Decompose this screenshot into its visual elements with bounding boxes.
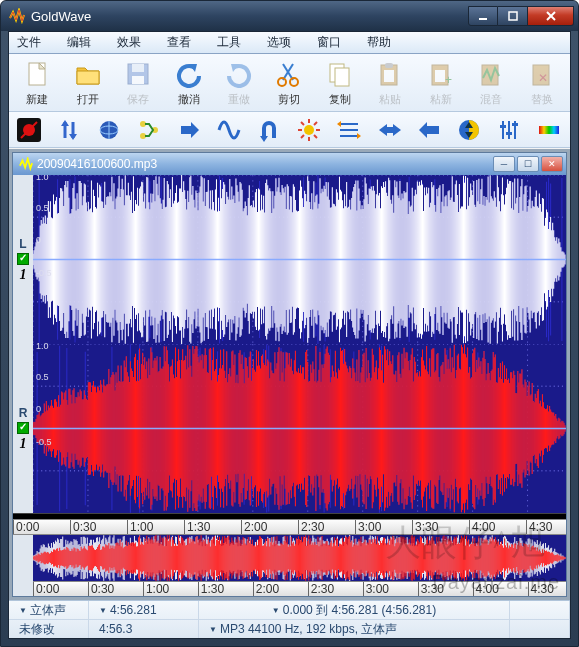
time-tick: 2:00: [253, 582, 279, 596]
svg-rect-61: [506, 132, 512, 135]
time-tick: 1:30: [198, 582, 224, 596]
menubar: 文件 编辑 效果 查看 工具 选项 窗口 帮助: [9, 32, 570, 54]
fx-circle-split-button[interactable]: [455, 116, 483, 144]
fx-bars-button[interactable]: [335, 116, 363, 144]
undo-icon: [173, 58, 205, 90]
mdi-area: 20090416100600.mp3 ─ ☐ ✕ L: [9, 149, 570, 600]
fx-globe-button[interactable]: [95, 116, 123, 144]
menu-view[interactable]: 查看: [163, 32, 195, 53]
fx-fork-button[interactable]: [135, 116, 163, 144]
menu-window[interactable]: 窗口: [313, 32, 345, 53]
time-tick: 4:00: [473, 582, 499, 596]
tool-copy-button[interactable]: 复制: [316, 56, 364, 109]
fx-arrow-right-button[interactable]: [175, 116, 203, 144]
titlebar[interactable]: GoldWave: [1, 1, 578, 31]
menu-effect[interactable]: 效果: [113, 32, 145, 53]
time-tick: 0:00: [13, 520, 39, 534]
svg-rect-7: [132, 64, 144, 72]
channel-right-gutter[interactable]: R 1: [13, 344, 33, 513]
svg-line-45: [314, 122, 317, 125]
svg-rect-16: [335, 68, 349, 86]
svg-rect-21: [435, 70, 445, 82]
menu-help[interactable]: 帮助: [363, 32, 395, 53]
app-window: GoldWave 文件 编辑 效果 查看 工具 选项 窗口 帮助 新建打开保存撤…: [0, 0, 579, 647]
doc-maximize-button[interactable]: ☐: [517, 156, 539, 172]
status-length2[interactable]: 4:56.3: [89, 620, 199, 638]
menu-options[interactable]: 选项: [263, 32, 295, 53]
doc-minimize-button[interactable]: ─: [493, 156, 515, 172]
svg-rect-8: [132, 76, 144, 84]
svg-rect-60: [500, 125, 506, 128]
file-icon: [21, 58, 53, 90]
mix-icon: [475, 58, 507, 90]
tool-label: 替换: [531, 92, 553, 107]
svg-marker-53: [419, 122, 439, 138]
status-length[interactable]: ▼4:56.281: [89, 601, 199, 619]
maximize-button[interactable]: [498, 6, 528, 26]
tool-label: 打开: [77, 92, 99, 107]
minimize-button[interactable]: [468, 6, 498, 26]
time-tick: 2:30: [308, 582, 334, 596]
status-modified: 未修改: [9, 620, 89, 638]
svg-rect-0: [479, 18, 487, 20]
waveform-body[interactable]: .gl{stroke:#5a5ad0;stroke-width:1;stroke…: [33, 175, 566, 513]
time-tick: 0:30: [88, 582, 114, 596]
tool-new-button[interactable]: 新建: [13, 56, 61, 109]
close-button[interactable]: [528, 6, 574, 26]
svg-point-13: [278, 78, 286, 86]
status-mode[interactable]: ▼立体声: [9, 601, 89, 619]
overview-ruler[interactable]: 0:000:301:001:302:002:303:003:304:004:30: [33, 581, 566, 596]
channel-right-check-icon[interactable]: [17, 422, 29, 434]
svg-line-46: [301, 135, 304, 138]
app-title: GoldWave: [31, 9, 468, 24]
fx-arrows-v-button[interactable]: [55, 116, 83, 144]
overview-waveform[interactable]: [33, 535, 566, 581]
paste-icon: [374, 58, 406, 90]
tool-undo-button[interactable]: 撤消: [164, 56, 212, 109]
channel-right-label: R: [19, 406, 28, 420]
menu-tool[interactable]: 工具: [213, 32, 245, 53]
document-titlebar[interactable]: 20090416100600.mp3 ─ ☐ ✕: [13, 153, 566, 175]
svg-line-44: [314, 135, 317, 138]
app-icon: [9, 8, 25, 24]
status-empty2: [510, 620, 570, 638]
copy-icon: [324, 58, 356, 90]
wave-file-icon: [19, 157, 33, 171]
menu-file[interactable]: 文件: [13, 32, 45, 53]
channel-left-label: L: [19, 237, 26, 251]
fx-spectrum-button[interactable]: [535, 116, 563, 144]
document-title: 20090416100600.mp3: [37, 157, 489, 171]
time-tick: 0:00: [33, 582, 59, 596]
svg-line-43: [301, 122, 304, 125]
svg-point-38: [304, 125, 314, 135]
time-tick: 4:30: [526, 520, 552, 534]
status-empty1: [510, 601, 570, 619]
menu-edit[interactable]: 编辑: [63, 32, 95, 53]
client-area: 文件 编辑 效果 查看 工具 选项 窗口 帮助 新建打开保存撤消重做剪切复制粘贴…: [8, 31, 571, 639]
status-format[interactable]: ▼MP3 44100 Hz, 192 kbps, 立体声: [199, 620, 510, 638]
status-selection[interactable]: ▼0.000 到 4:56.281 (4:56.281): [199, 601, 510, 619]
svg-text:+: +: [445, 73, 452, 87]
channel-left-gutter[interactable]: L 1: [13, 175, 33, 344]
folder-icon: [72, 58, 104, 90]
tool-paste-button: 粘贴: [366, 56, 414, 109]
fx-record-button[interactable]: [15, 116, 43, 144]
time-ruler[interactable]: 0:000:301:001:302:002:303:003:304:004:30: [13, 519, 566, 534]
time-tick: 3:00: [355, 520, 381, 534]
tool-replace-button: ✕替换: [518, 56, 566, 109]
time-tick: 2:30: [298, 520, 324, 534]
fx-u-turn-button[interactable]: [255, 116, 283, 144]
tool-open-button[interactable]: 打开: [63, 56, 111, 109]
channel-right-num: 1: [20, 436, 27, 452]
doc-close-button[interactable]: ✕: [541, 156, 563, 172]
svg-rect-1: [509, 12, 517, 20]
fx-arrow-left-solid-button[interactable]: [415, 116, 443, 144]
fx-sliders-button[interactable]: [495, 116, 523, 144]
tool-cut-button[interactable]: 剪切: [265, 56, 313, 109]
time-tick: 1:00: [127, 520, 153, 534]
fx-diamond-right-button[interactable]: [375, 116, 403, 144]
fx-wave-button[interactable]: [215, 116, 243, 144]
tool-pastenew-button: +粘新: [417, 56, 465, 109]
channel-left-check-icon[interactable]: [17, 253, 29, 265]
fx-gear-burst-button[interactable]: [295, 116, 323, 144]
